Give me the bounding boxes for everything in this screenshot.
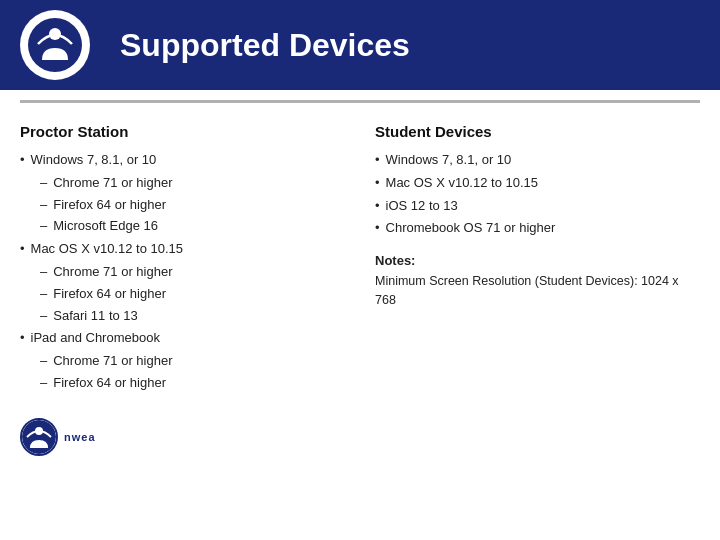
list-item: • Mac OS X v10.12 to 10.15 [375,173,700,194]
sub-list-item: – Firefox 64 or higher [40,373,345,394]
sub-list-item: – Chrome 71 or higher [40,351,345,372]
item-label: Chromebook OS 71 or higher [386,218,556,239]
sub-dash: – [40,306,47,327]
header-logo [20,10,90,80]
sub-dash: – [40,351,47,372]
notes-text: Minimum Screen Resolution (Student Devic… [375,272,700,310]
notes-title: Notes: [375,253,700,268]
sub-list-item: – Safari 11 to 13 [40,306,345,327]
sub-list-item: – Firefox 64 or higher [40,195,345,216]
list-item: • iPad and Chromebook [20,328,345,349]
sub-dash: – [40,216,47,237]
ipad-sub-list: – Chrome 71 or higher – Firefox 64 or hi… [40,351,345,394]
nwea-text: nwea [64,431,96,443]
sub-item-label: Microsoft Edge 16 [53,216,158,237]
bullet-dot: • [375,150,380,171]
bullet-dot: • [20,150,25,171]
nwea-logo-circle [20,418,58,456]
sub-list-item: – Microsoft Edge 16 [40,216,345,237]
sub-item-label: Chrome 71 or higher [53,351,172,372]
header-title: Supported Devices [120,27,410,64]
mac-sub-list: – Chrome 71 or higher – Firefox 64 or hi… [40,262,345,326]
notes-section: Notes: Minimum Screen Resolution (Studen… [375,253,700,310]
proctor-station-section: Proctor Station • Windows 7, 8.1, or 10 … [20,123,345,456]
sub-item-label: Chrome 71 or higher [53,173,172,194]
bullet-dot: • [375,196,380,217]
sub-dash: – [40,262,47,283]
bullet-dot: • [375,173,380,194]
student-devices-title: Student Devices [375,123,700,140]
svg-point-0 [28,18,82,72]
proctor-station-title: Proctor Station [20,123,345,140]
item-label: Windows 7, 8.1, or 10 [386,150,512,171]
list-item: • Windows 7, 8.1, or 10 [20,150,345,171]
windows-sub-list: – Chrome 71 or higher – Firefox 64 or hi… [40,173,345,237]
list-item: • iOS 12 to 13 [375,196,700,217]
list-item: • Windows 7, 8.1, or 10 [375,150,700,171]
sub-dash: – [40,195,47,216]
item-label: iOS 12 to 13 [386,196,458,217]
sub-item-label: Firefox 64 or higher [53,373,166,394]
item-label: Mac OS X v10.12 to 10.15 [386,173,538,194]
header: Supported Devices [0,0,720,90]
sub-dash: – [40,284,47,305]
item-label: iPad and Chromebook [31,328,160,349]
sub-list-item: – Chrome 71 or higher [40,262,345,283]
sub-item-label: Chrome 71 or higher [53,262,172,283]
sub-item-label: Safari 11 to 13 [53,306,138,327]
bullet-dot: • [375,218,380,239]
bullet-dot: • [20,328,25,349]
bullet-dot: • [20,239,25,260]
sub-list-item: – Firefox 64 or higher [40,284,345,305]
sub-item-label: Firefox 64 or higher [53,195,166,216]
proctor-station-list: • Windows 7, 8.1, or 10 – Chrome 71 or h… [20,150,345,394]
main-content: Proctor Station • Windows 7, 8.1, or 10 … [0,113,720,466]
sub-list-item: – Chrome 71 or higher [40,173,345,194]
item-label: Windows 7, 8.1, or 10 [31,150,157,171]
student-devices-section: Student Devices • Windows 7, 8.1, or 10 … [375,123,700,456]
list-item: • Mac OS X v10.12 to 10.15 [20,239,345,260]
divider [20,100,700,103]
item-label: Mac OS X v10.12 to 10.15 [31,239,183,260]
nwea-footer-logo: nwea [20,418,345,456]
sub-dash: – [40,373,47,394]
sub-item-label: Firefox 64 or higher [53,284,166,305]
sub-dash: – [40,173,47,194]
list-item: • Chromebook OS 71 or higher [375,218,700,239]
student-devices-list: • Windows 7, 8.1, or 10 • Mac OS X v10.1… [375,150,700,239]
